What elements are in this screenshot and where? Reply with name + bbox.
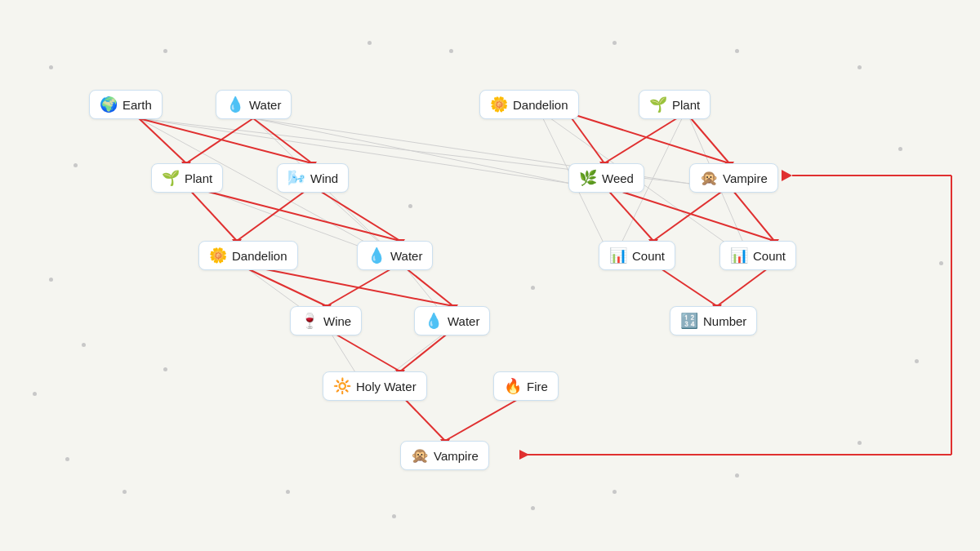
decorative-dot [612, 41, 617, 45]
node-label-plant2: Plant [185, 171, 212, 185]
decorative-dot [735, 49, 739, 53]
decorative-dot [858, 441, 862, 445]
decorative-dot [286, 490, 290, 494]
decorative-dot [898, 147, 902, 151]
node-fire[interactable]: 🔥Fire [493, 371, 559, 401]
node-earth[interactable]: 🌍Earth [89, 90, 163, 119]
node-water1[interactable]: 💧Water [216, 90, 292, 119]
node-wind[interactable]: 🌬️Wind [277, 163, 349, 193]
node-icon-water2: 💧 [368, 247, 385, 264]
node-icon-wine: 🍷 [301, 312, 318, 330]
node-icon-count2: 📊 [730, 247, 748, 264]
svg-line-20 [186, 186, 237, 241]
svg-line-28 [604, 186, 653, 241]
decorative-dot [368, 41, 372, 45]
node-label-count2: Count [753, 249, 786, 263]
node-label-wine: Wine [323, 314, 351, 328]
decorative-dot [858, 65, 862, 69]
svg-line-30 [604, 186, 774, 241]
node-label-weed: Weed [602, 171, 634, 185]
node-plant1[interactable]: 🌱Plant [639, 90, 710, 119]
svg-line-19 [253, 118, 312, 163]
svg-line-25 [604, 113, 686, 163]
node-label-water1: Water [249, 98, 281, 112]
svg-line-18 [139, 118, 312, 163]
node-icon-weed: 🌿 [579, 169, 597, 187]
node-label-holywater: Holy Water [356, 380, 416, 393]
decorative-dot [65, 457, 69, 461]
node-icon-holywater: 🔆 [333, 377, 351, 395]
decorative-dot [49, 278, 53, 282]
node-label-vampire2: Vampire [434, 449, 479, 463]
node-icon-dandelion1: 🌼 [490, 96, 508, 113]
node-label-water2: Water [390, 249, 422, 263]
node-plant2[interactable]: 🌱Plant [151, 163, 223, 193]
decorative-dot [939, 261, 943, 265]
node-icon-wind: 🌬️ [287, 169, 305, 187]
svg-line-24 [568, 113, 604, 163]
svg-line-22 [186, 186, 400, 241]
node-holywater[interactable]: 🔆Holy Water [323, 371, 427, 401]
svg-marker-44 [782, 170, 792, 181]
node-icon-vampire1: 🙊 [700, 169, 718, 187]
node-wine[interactable]: 🍷Wine [290, 306, 362, 335]
node-water2[interactable]: 💧Water [357, 241, 433, 270]
decorative-dot [408, 204, 412, 208]
node-icon-water3: 💧 [425, 312, 443, 330]
node-count1[interactable]: 📊Count [599, 241, 675, 270]
svg-line-40 [400, 394, 445, 441]
svg-marker-59 [519, 450, 529, 460]
svg-line-21 [237, 186, 312, 241]
svg-line-27 [686, 113, 729, 163]
svg-line-31 [729, 186, 774, 241]
decorative-dot [531, 286, 535, 290]
node-icon-water1: 💧 [226, 96, 244, 113]
node-icon-earth: 🌍 [100, 96, 118, 113]
node-water3[interactable]: 💧Water [414, 306, 490, 335]
node-icon-count1: 📊 [609, 247, 627, 264]
node-label-fire: Fire [527, 380, 548, 393]
node-number[interactable]: 🔢Number [670, 306, 757, 335]
node-label-dandelion1: Dandelion [513, 98, 568, 112]
node-icon-fire: 🔥 [504, 377, 522, 395]
decorative-dot [163, 367, 167, 371]
node-count2[interactable]: 📊Count [719, 241, 796, 270]
node-label-earth: Earth [122, 98, 152, 112]
decorative-dot [82, 343, 86, 347]
decorative-dot [735, 473, 739, 478]
decorative-dot [49, 65, 53, 69]
node-label-dandelion2: Dandelion [232, 249, 287, 263]
decorative-dot [163, 49, 167, 53]
node-vampire2[interactable]: 🙊Vampire [400, 441, 489, 470]
node-dandelion2[interactable]: 🌼Dandelion [198, 241, 298, 270]
decorative-dot [531, 506, 535, 510]
node-weed[interactable]: 🌿Weed [568, 163, 644, 193]
node-label-plant1: Plant [672, 98, 700, 112]
node-label-count1: Count [632, 249, 665, 263]
node-label-water3: Water [448, 314, 479, 328]
decorative-dot [122, 490, 127, 494]
node-dandelion1[interactable]: 🌼Dandelion [479, 90, 579, 119]
node-label-vampire1: Vampire [723, 171, 768, 185]
decorative-dot [449, 49, 453, 53]
decorative-dot [33, 392, 37, 396]
node-icon-plant2: 🌱 [162, 169, 180, 187]
node-label-wind: Wind [310, 171, 338, 185]
svg-line-29 [653, 186, 729, 241]
node-vampire1[interactable]: 🙊Vampire [689, 163, 778, 193]
svg-line-41 [445, 394, 527, 441]
node-label-number: Number [703, 314, 746, 328]
decorative-dot [612, 490, 617, 494]
svg-line-17 [186, 118, 253, 163]
svg-line-16 [139, 118, 186, 163]
decorative-dot [392, 514, 396, 518]
node-icon-number: 🔢 [680, 312, 698, 330]
node-icon-dandelion2: 🌼 [209, 247, 227, 264]
node-icon-plant1: 🌱 [649, 96, 667, 113]
svg-line-23 [312, 186, 400, 241]
decorative-dot [74, 163, 78, 167]
node-icon-vampire2: 🙊 [411, 447, 429, 464]
decorative-dot [915, 359, 919, 363]
svg-line-26 [568, 113, 729, 163]
connections-svg [0, 0, 980, 551]
